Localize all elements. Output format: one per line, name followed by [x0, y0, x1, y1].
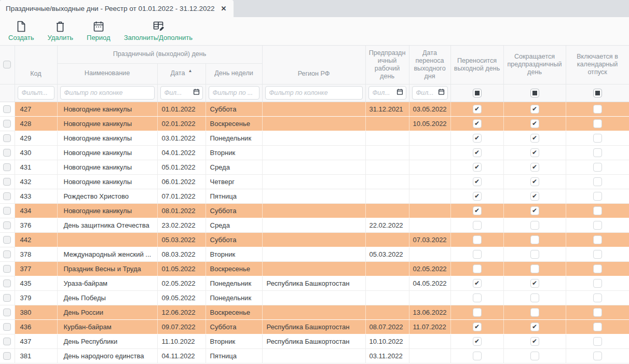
filter-code-input[interactable] — [18, 86, 54, 100]
bool-checkbox[interactable] — [530, 323, 539, 331]
row-select-checkbox[interactable] — [3, 323, 11, 331]
bool-checkbox[interactable] — [530, 177, 539, 186]
bool-checkbox[interactable] — [593, 148, 602, 157]
bool-checkbox[interactable] — [473, 119, 482, 128]
bool-checkbox[interactable] — [593, 105, 602, 114]
row-select-checkbox[interactable] — [3, 236, 11, 244]
bool-checkbox[interactable] — [473, 264, 482, 273]
bool-checkbox[interactable] — [530, 279, 539, 288]
row-select-checkbox[interactable] — [3, 338, 11, 345]
column-header-pre-holiday[interactable]: Предпраздничный рабочий день — [365, 46, 409, 84]
bool-checkbox[interactable] — [593, 323, 602, 331]
bool-checkbox[interactable] — [530, 163, 539, 172]
bool-checkbox[interactable] — [593, 163, 602, 172]
bool-checkbox[interactable] — [530, 337, 539, 346]
table-row[interactable]: 377Праздник Весны и Труда01.05.2022Воскр… — [0, 261, 629, 276]
table-row[interactable]: 433Рождество Христово07.01.2022Пятница — [0, 189, 629, 203]
bool-checkbox[interactable] — [473, 163, 482, 172]
column-header-date[interactable]: Дата — [157, 63, 206, 84]
bool-checkbox[interactable] — [473, 352, 482, 360]
bool-checkbox[interactable] — [473, 134, 482, 143]
fill-append-button[interactable]: Заполнить/Дополнить — [124, 20, 193, 41]
filter-region-input[interactable] — [265, 86, 363, 100]
select-all-checkbox[interactable] — [3, 61, 11, 68]
row-select-checkbox[interactable] — [3, 294, 11, 302]
bool-checkbox[interactable] — [593, 279, 602, 288]
bool-checkbox[interactable] — [473, 221, 482, 230]
bool-checkbox[interactable] — [473, 323, 482, 331]
bool-checkbox[interactable] — [530, 192, 539, 201]
filter-name-input[interactable] — [60, 86, 155, 100]
bool-checkbox[interactable] — [593, 177, 602, 186]
bool-checkbox[interactable] — [593, 250, 602, 259]
bool-checkbox[interactable] — [530, 134, 539, 143]
row-select-checkbox[interactable] — [3, 265, 11, 273]
bool-checkbox[interactable] — [530, 221, 539, 230]
bool-checkbox[interactable] — [530, 250, 539, 259]
filter-date-input[interactable] — [160, 86, 203, 100]
table-row[interactable]: 430Новогодние каникулы04.01.2022Вторник — [0, 145, 629, 160]
column-header-shortened[interactable]: Сокращается предпраздничный день — [503, 46, 566, 84]
bool-checkbox[interactable] — [473, 192, 482, 201]
filter-transfer-date-input[interactable] — [412, 86, 448, 100]
row-select-checkbox[interactable] — [3, 279, 11, 287]
column-header-region[interactable]: Регион РФ — [262, 46, 365, 84]
bool-checkbox[interactable] — [593, 206, 602, 215]
column-header-name[interactable]: Наименование — [57, 63, 157, 84]
bool-checkbox[interactable] — [530, 308, 539, 317]
bool-checkbox[interactable] — [593, 264, 602, 273]
row-select-checkbox[interactable] — [3, 105, 11, 113]
table-row[interactable]: 435Ураза-байрам02.05.2022ПонедельникРесп… — [0, 276, 629, 290]
bool-checkbox[interactable] — [473, 279, 482, 288]
delete-button[interactable]: Удалить — [47, 20, 73, 41]
bool-checkbox[interactable] — [593, 308, 602, 317]
row-select-checkbox[interactable] — [3, 192, 11, 200]
bool-checkbox[interactable] — [473, 177, 482, 186]
table-row[interactable]: 429Новогодние каникулы03.01.2022Понедель… — [0, 131, 629, 145]
create-button[interactable]: Создать — [8, 20, 34, 41]
table-row[interactable]: 378Международный женский ...08.03.2022Вт… — [0, 247, 629, 261]
bool-checkbox[interactable] — [473, 206, 482, 215]
bool-checkbox[interactable] — [530, 352, 539, 360]
bool-checkbox[interactable] — [473, 250, 482, 259]
table-row[interactable]: 431Новогодние каникулы05.01.2022Среда — [0, 160, 629, 174]
table-row[interactable]: 427Новогодние каникулы01.01.2022Суббота3… — [0, 102, 629, 116]
row-select-checkbox[interactable] — [3, 149, 11, 157]
bool-checkbox[interactable] — [593, 134, 602, 143]
bool-checkbox[interactable] — [530, 264, 539, 273]
bool-checkbox[interactable] — [473, 308, 482, 317]
row-select-checkbox[interactable] — [3, 163, 11, 171]
bool-checkbox[interactable] — [593, 192, 602, 201]
column-header-moved[interactable]: Переносится выходной день — [450, 46, 503, 84]
table-row[interactable]: 432Новогодние каникулы06.01.2022Четверг — [0, 174, 629, 189]
bool-checkbox[interactable] — [530, 235, 539, 244]
row-select-checkbox[interactable] — [3, 207, 11, 215]
column-header-vacation[interactable]: Включается в календарный отпуск — [566, 46, 629, 84]
row-select-checkbox[interactable] — [3, 120, 11, 128]
filter-shortened-checkbox[interactable] — [530, 89, 539, 97]
bool-checkbox[interactable] — [593, 221, 602, 230]
row-select-checkbox[interactable] — [3, 178, 11, 186]
table-row[interactable]: 437День Республики11.10.2022ВторникРеспу… — [0, 334, 629, 348]
close-icon[interactable]: ✕ — [221, 5, 227, 12]
table-row[interactable]: 436Курбан-байрам09.07.2022СубботаРеспубл… — [0, 319, 629, 334]
bool-checkbox[interactable] — [473, 148, 482, 157]
table-row[interactable]: 376День защитника Отечества23.02.2022Сре… — [0, 218, 629, 232]
filter-pre-holiday-input[interactable] — [368, 86, 406, 100]
period-button[interactable]: Период — [87, 20, 111, 41]
table-row[interactable]: 434Новогодние каникулы08.01.2022Суббота — [0, 203, 629, 218]
bool-checkbox[interactable] — [530, 119, 539, 128]
bool-checkbox[interactable] — [593, 293, 602, 302]
bool-checkbox[interactable] — [473, 337, 482, 346]
bool-checkbox[interactable] — [473, 293, 482, 302]
row-select-checkbox[interactable] — [3, 134, 11, 142]
table-row[interactable]: 44205.03.2022Суббота07.03.2022 — [0, 232, 629, 247]
table-row[interactable]: 381День народного единства04.11.2022Пятн… — [0, 348, 629, 363]
bool-checkbox[interactable] — [530, 105, 539, 114]
filter-vacation-checkbox[interactable] — [593, 89, 602, 97]
bool-checkbox[interactable] — [530, 148, 539, 157]
bool-checkbox[interactable] — [473, 105, 482, 114]
bool-checkbox[interactable] — [593, 119, 602, 128]
column-header-code[interactable]: Код — [15, 46, 57, 84]
filter-weekday-input[interactable] — [209, 86, 259, 100]
